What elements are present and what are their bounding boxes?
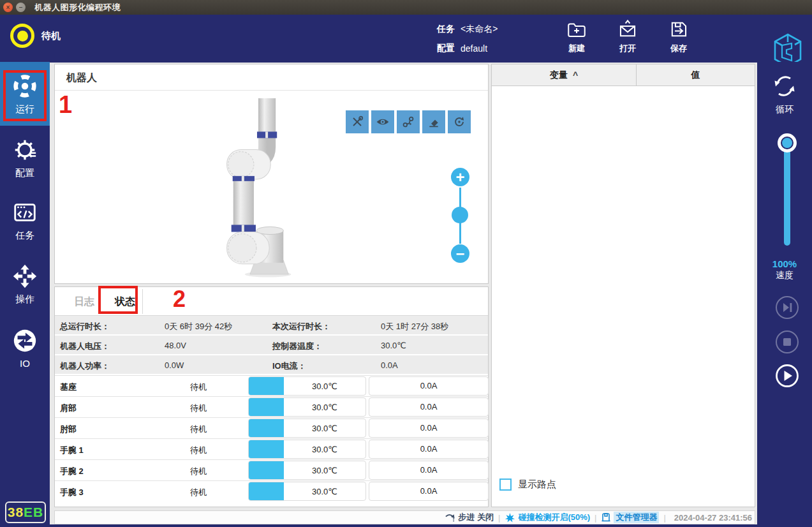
joint-current: 0.0A [369, 376, 489, 396]
window-titlebar: × – 机器人图形化编程环境 [0, 0, 812, 15]
step-mode-indicator[interactable]: 步进 关闭 [445, 512, 494, 523]
io-arrows-icon [11, 327, 38, 354]
config-value: default [461, 43, 487, 54]
joint-temp-cell: 30.0℃ [248, 419, 366, 438]
summary-label: 总运行时长： [60, 321, 110, 332]
column-header-variable[interactable]: 变量 ^ [492, 64, 637, 85]
tab-log[interactable]: 日志 [61, 287, 107, 316]
speed-label: 速度 [757, 270, 812, 281]
joint-state: 待机 [176, 424, 221, 435]
zoom-in-button[interactable]: + [451, 168, 469, 186]
status-bar: 步进 关闭 | 碰撞检测开启(50%) | 文件管理器 | 2024-04-27… [54, 510, 755, 524]
speed-slider-track[interactable] [784, 140, 790, 246]
summary-value: 0.0W [165, 360, 184, 370]
loop-mode-button[interactable]: 循环 [757, 72, 812, 115]
robot-panel-title: 机器人 [55, 64, 488, 91]
variables-panel: 变量 ^ 值 显示路点 [491, 64, 755, 507]
nav-item-operate[interactable]: 操作 [0, 252, 50, 316]
collision-detection-indicator[interactable]: 碰撞检测开启(50%) [505, 512, 590, 523]
view-erase-button[interactable] [422, 110, 445, 133]
joint-temp: 30.0℃ [284, 445, 365, 454]
status-code-badge: 38EB [5, 501, 46, 523]
system-datetime: 2024-04-27 23:41:56 [674, 513, 752, 523]
variables-list-empty [492, 86, 755, 475]
close-icon[interactable]: × [3, 3, 13, 12]
joint-temp-cell: 30.0℃ [248, 482, 366, 501]
joint-state: 待机 [176, 466, 221, 477]
task-label: 任务 [437, 24, 455, 35]
view-visibility-button[interactable] [371, 110, 394, 133]
new-task-label: 新建 [568, 43, 585, 54]
summary-value: 30.0℃ [381, 341, 406, 350]
speed-slider-handle[interactable] [778, 133, 797, 152]
summary-value: 0.0A [381, 360, 398, 370]
value-column-label: 值 [691, 70, 700, 81]
view-path-button[interactable] [397, 110, 420, 133]
loop-icon [771, 72, 799, 100]
play-icon [775, 364, 799, 388]
open-task-button[interactable]: 打开 [611, 19, 644, 54]
joint-temp: 30.0℃ [284, 403, 365, 412]
joint-name: 基座 [60, 382, 77, 393]
step-mode-label: 步进 关闭 [458, 512, 494, 523]
badge-green-part: EB [24, 505, 43, 520]
robot-status-label: 待机 [41, 30, 61, 42]
nav-item-io[interactable]: IO [0, 316, 50, 380]
nav-item-run[interactable]: 运行 [0, 62, 50, 126]
play-button[interactable] [775, 364, 799, 388]
save-icon [668, 19, 690, 40]
summary-value: 0天 1时 27分 38秒 [381, 321, 448, 332]
window-title: 机器人图形化编程环境 [34, 2, 121, 13]
joint-name: 手腕 1 [60, 445, 84, 456]
skip-icon [775, 295, 799, 320]
joint-name: 肘部 [60, 424, 77, 435]
summary-value: 48.0V [165, 341, 186, 350]
config-label: 配置 [437, 43, 455, 54]
joint-state: 待机 [176, 382, 221, 393]
loop-label: 循环 [757, 104, 812, 115]
joint-temp-cell: 30.0℃ [248, 397, 366, 417]
step-forward-button[interactable] [775, 295, 799, 320]
joint-current: 0.0A [369, 461, 489, 480]
standby-status-icon [10, 24, 34, 48]
joint-row-wrist2: 手腕 2 待机 30.0℃ 0.0A [55, 459, 488, 480]
run-icon [11, 73, 38, 100]
window-bottom-edge [0, 524, 812, 527]
temp-bar [249, 482, 284, 500]
joint-current: 0.0A [369, 482, 489, 501]
joint-temp-cell: 30.0℃ [248, 440, 366, 459]
left-nav: 运行 配置 任务 [0, 62, 50, 527]
nav-label-config: 配置 [15, 167, 34, 179]
nav-item-config[interactable]: 配置 [0, 126, 50, 189]
statusbar-divider: | [663, 513, 665, 523]
temp-bar [249, 440, 284, 458]
task-value: <未命名> [461, 24, 498, 35]
summary-label: 本次运行时长： [272, 321, 330, 332]
nav-item-task[interactable]: 任务 [0, 188, 50, 252]
column-header-value[interactable]: 值 [637, 64, 755, 85]
joint-name: 肩部 [60, 403, 77, 414]
show-waypoints-checkbox[interactable] [499, 479, 512, 491]
joint-temp-cell: 30.0℃ [248, 376, 366, 396]
app-header: 待机 任务 <未命名> 配置 default 新建 [0, 15, 812, 63]
collision-icon [505, 512, 515, 523]
app-window: × – 机器人图形化编程环境 待机 任务 <未命名> 配置 default [0, 0, 812, 527]
joint-temp: 30.0℃ [284, 487, 365, 496]
stop-button[interactable] [775, 330, 799, 354]
file-manager-button[interactable]: 文件管理器 [601, 512, 659, 523]
run-control-sidebar: 循环 100% 速度 [757, 62, 812, 527]
view-rotate-reset-button[interactable] [448, 110, 471, 133]
tab-status[interactable]: 状态 [107, 287, 143, 316]
minimize-icon[interactable]: – [16, 3, 26, 12]
tools-icon [350, 114, 365, 130]
zoom-out-button[interactable]: − [451, 244, 469, 263]
header-actions: 新建 打开 保存 [560, 19, 695, 54]
nav-label-io: IO [20, 358, 30, 369]
robot-3d-view[interactable]: + − [55, 91, 488, 283]
robot-view-panel: 机器人 [54, 64, 489, 284]
save-task-button[interactable]: 保存 [662, 19, 695, 54]
new-task-button[interactable]: 新建 [560, 19, 593, 54]
file-manager-icon [601, 512, 611, 523]
view-tools-button[interactable] [346, 110, 369, 133]
zoom-slider-handle[interactable] [452, 207, 468, 223]
